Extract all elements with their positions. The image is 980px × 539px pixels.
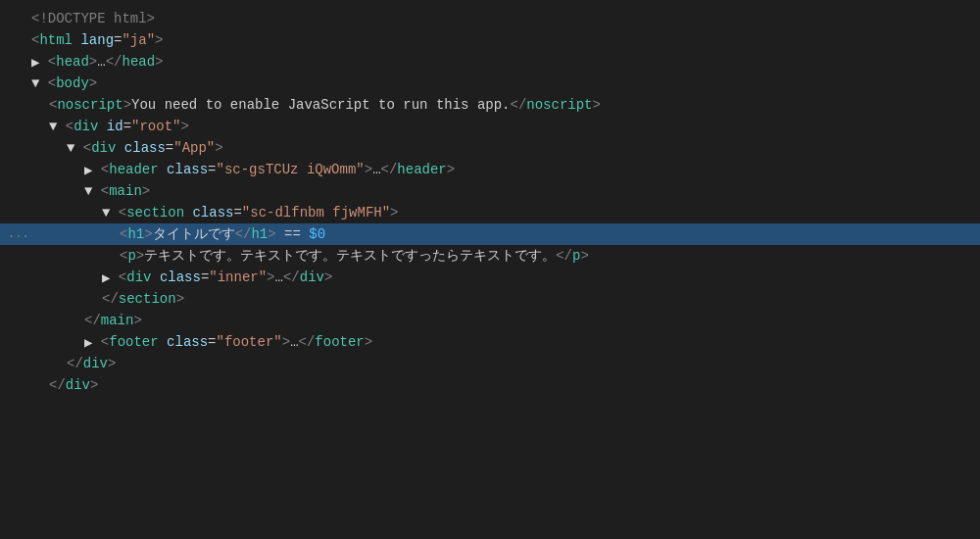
token-bracket: > bbox=[215, 140, 222, 156]
token-bracket: > bbox=[267, 270, 274, 285]
token-bracket: > bbox=[447, 162, 455, 177]
token-tag: div bbox=[300, 270, 324, 285]
token-tag: footer bbox=[315, 334, 364, 350]
token-bracket: > bbox=[580, 248, 588, 264]
token-tag: header bbox=[397, 162, 446, 177]
token-triangle-right[interactable]: ▶ bbox=[31, 54, 39, 71]
token-bracket: > bbox=[180, 119, 188, 134]
token-tag: footer bbox=[109, 334, 158, 350]
code-line: </section> bbox=[0, 288, 980, 310]
token-bracket: </ bbox=[49, 377, 66, 393]
token-bracket: </ bbox=[84, 313, 101, 328]
token-triangle-down[interactable]: ▼ bbox=[84, 183, 92, 199]
token-text: You need to enable JavaScript to run thi… bbox=[131, 97, 510, 113]
token-bracket: > bbox=[324, 270, 332, 285]
token-triangle-down[interactable]: ▼ bbox=[102, 205, 110, 220]
token-bracket: < bbox=[57, 119, 74, 134]
token-ellipsis: … bbox=[372, 162, 380, 177]
token-bracket: > bbox=[144, 226, 152, 242]
token-bracket: < bbox=[39, 75, 56, 91]
token-attr-val: "root" bbox=[131, 119, 180, 134]
token-tag: h1 bbox=[251, 226, 268, 242]
token-attr-val: "ja" bbox=[122, 32, 155, 48]
token-bracket: > bbox=[89, 75, 97, 91]
token-eq-dollar: $0 bbox=[309, 226, 325, 242]
token-space bbox=[159, 162, 167, 177]
token-attr-name: lang bbox=[80, 32, 114, 48]
token-tag: main bbox=[101, 313, 134, 328]
token-tag: body bbox=[56, 75, 89, 91]
token-doctype: <!DOCTYPE html> bbox=[31, 11, 155, 26]
token-space bbox=[98, 119, 106, 134]
token-attr-name: class bbox=[167, 334, 208, 350]
token-tag: p bbox=[127, 248, 135, 264]
token-space bbox=[159, 334, 167, 350]
token-equals: = bbox=[208, 334, 216, 350]
token-ellipsis: … bbox=[97, 54, 105, 70]
token-bracket: </ bbox=[67, 356, 83, 371]
code-line: ▼ <div id="root"> bbox=[0, 116, 980, 137]
code-line: ...<h1>タイトルです</h1> == $0 bbox=[0, 223, 980, 245]
token-equals: = bbox=[233, 205, 241, 220]
token-space bbox=[151, 270, 159, 285]
code-panel: <!DOCTYPE html><html lang="ja">▶ <head>…… bbox=[0, 0, 980, 539]
token-text: テキストです。テキストです。テキストですったらテキストです。 bbox=[144, 247, 556, 265]
token-bracket: > bbox=[155, 54, 163, 70]
token-triangle-down[interactable]: ▼ bbox=[49, 119, 57, 134]
token-bracket: > bbox=[593, 97, 601, 113]
token-tag: h1 bbox=[127, 226, 144, 242]
token-triangle-right[interactable]: ▶ bbox=[102, 270, 110, 286]
token-tag: div bbox=[91, 140, 116, 156]
code-line: ▼ <body> bbox=[0, 73, 980, 94]
token-bracket: </ bbox=[299, 334, 316, 350]
token-bracket: </ bbox=[381, 162, 398, 177]
token-bracket: < bbox=[110, 270, 126, 285]
token-bracket: < bbox=[92, 334, 109, 350]
token-bracket: < bbox=[74, 140, 91, 156]
token-triangle-down[interactable]: ▼ bbox=[31, 75, 39, 91]
code-line: ▼ <section class="sc-dlfnbm fjwMFH"> bbox=[0, 202, 980, 223]
token-tag: div bbox=[83, 356, 108, 371]
token-bracket: > bbox=[365, 162, 372, 177]
token-tag: head bbox=[56, 54, 89, 70]
token-bracket: > bbox=[142, 183, 150, 199]
token-attr-val: "inner" bbox=[209, 270, 267, 285]
code-line: ▶ <footer class="footer">…</footer> bbox=[0, 331, 980, 353]
code-line: </div> bbox=[0, 353, 980, 374]
token-space bbox=[301, 226, 309, 242]
token-attr-val: "sc-dlfnbm fjwMFH" bbox=[242, 205, 390, 220]
token-triangle-right[interactable]: ▶ bbox=[84, 162, 92, 178]
token-space bbox=[116, 140, 123, 156]
token-bracket: > bbox=[133, 313, 141, 328]
token-tag: noscript bbox=[57, 97, 122, 113]
token-triangle-right[interactable]: ▶ bbox=[84, 334, 92, 351]
token-attr-name: class bbox=[192, 205, 233, 220]
token-tag: noscript bbox=[526, 97, 592, 113]
token-attr-name: class bbox=[167, 162, 208, 177]
code-line: ▶ <div class="inner">…</div> bbox=[0, 267, 980, 288]
token-attr-val: "footer" bbox=[217, 334, 282, 350]
token-bracket: > bbox=[123, 97, 131, 113]
token-equals: = bbox=[166, 140, 173, 156]
token-bracket: > bbox=[136, 248, 144, 264]
code-line: </div> bbox=[0, 374, 980, 396]
code-line: <noscript>You need to enable JavaScript … bbox=[0, 94, 980, 116]
token-bracket: < bbox=[120, 226, 127, 242]
token-tag: html bbox=[39, 32, 73, 48]
token-bracket: < bbox=[39, 54, 56, 70]
token-tag: p bbox=[572, 248, 580, 264]
code-line: ▼ <main> bbox=[0, 180, 980, 202]
token-triangle-down[interactable]: ▼ bbox=[67, 140, 74, 156]
token-bracket: </ bbox=[556, 248, 572, 264]
token-tag: section bbox=[119, 291, 176, 307]
token-bracket: > bbox=[176, 291, 184, 307]
code-line: ▶ <head>…</head> bbox=[0, 51, 980, 73]
token-attr-name: id bbox=[107, 119, 123, 134]
code-line: <!DOCTYPE html> bbox=[0, 8, 980, 29]
token-bracket: > bbox=[90, 377, 98, 393]
token-attr-name: class bbox=[124, 140, 166, 156]
code-line: ▶ <header class="sc-gsTCUz iQwOmm">…</he… bbox=[0, 159, 980, 180]
token-ellipsis: … bbox=[275, 270, 283, 285]
token-bracket: > bbox=[108, 356, 116, 371]
token-equals: = bbox=[208, 162, 216, 177]
